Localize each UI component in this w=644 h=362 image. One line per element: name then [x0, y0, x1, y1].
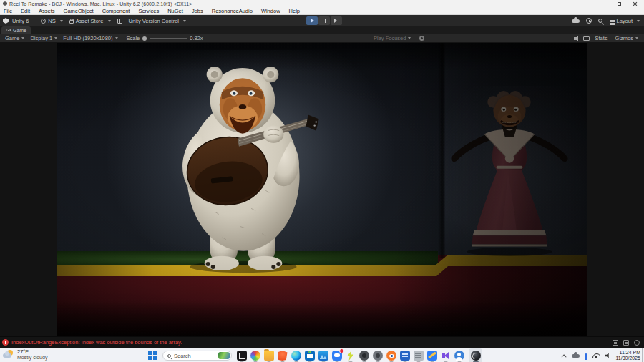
menu-jobs[interactable]: Jobs [187, 7, 208, 15]
console-error-message[interactable]: IndexOutOfRangeException: Index was outs… [11, 339, 182, 346]
taskbar-app-terminal[interactable] [235, 348, 248, 362]
taskbar-app-photos-pinwheel[interactable] [248, 348, 262, 362]
menu-resonanceaudio[interactable]: ResonanceAudio [208, 7, 257, 15]
account-dropdown[interactable]: NS [39, 18, 64, 24]
taskbar-app-photos[interactable] [316, 348, 330, 362]
menu-edit[interactable]: Edit [16, 7, 34, 15]
taskbar-app-file-explorer[interactable] [262, 348, 275, 362]
gear-app-icon-2 [373, 351, 383, 361]
game-mode-dropdown[interactable]: Game [2, 35, 27, 41]
minimize-button[interactable] [595, 0, 611, 7]
resolution-label: Full HD (1920x1080) [63, 35, 112, 41]
taskbar-app-contact[interactable] [452, 348, 466, 362]
taskbar-app-blue-bars[interactable] [398, 348, 411, 362]
chevron-down-icon [54, 37, 57, 39]
audio-app-icon [441, 351, 451, 361]
menu-bar: File Edit Assets GameObject Component Se… [0, 7, 644, 15]
menu-gameobject[interactable]: GameObject [59, 7, 98, 15]
menu-services[interactable]: Services [134, 7, 163, 15]
unity-editor-window: Reel To Remake - BCJ - Windows, Mac, Lin… [0, 0, 644, 362]
gear-app-icon [359, 351, 369, 361]
version-control-dropdown[interactable]: Unity Version Control [127, 18, 187, 24]
scale-label: Scale [127, 35, 140, 41]
asset-store-label: Asset Store [76, 18, 104, 24]
search-icon[interactable] [598, 19, 602, 23]
menu-component[interactable]: Component [98, 7, 135, 15]
onedrive-icon[interactable] [572, 354, 580, 358]
taskbar-app-audio[interactable] [439, 348, 452, 362]
clock-time: 11:24 PM [620, 350, 640, 356]
taskbar-app-blender[interactable] [384, 348, 398, 362]
microphone-in-use-icon[interactable] [585, 353, 587, 358]
cloud-icon[interactable] [572, 19, 580, 23]
stats-button[interactable]: Stats [595, 35, 607, 41]
taskbar-app-edge[interactable] [289, 348, 303, 362]
tab-game[interactable]: Game [1, 26, 31, 34]
taskbar-clock[interactable]: 11:24 PM 11/30/2025 [615, 350, 640, 361]
windows-logo-icon [148, 351, 152, 355]
letterbox-right [587, 43, 644, 336]
scale-slider-track[interactable] [150, 38, 187, 39]
pause-button[interactable] [318, 16, 330, 25]
vsync-monitor-icon[interactable] [583, 36, 590, 41]
taskbar-app-bolt[interactable] [343, 348, 357, 362]
gizmos-dropdown[interactable]: Gizmos [613, 35, 641, 41]
background-task-icon[interactable] [634, 340, 640, 346]
wall-corner [438, 43, 445, 258]
console-window-icon[interactable] [623, 340, 629, 346]
taskbar-app-gear-dark[interactable] [357, 348, 371, 362]
play-focused-dropdown[interactable]: Play Focused [371, 35, 414, 41]
taskbar-app-brave[interactable] [275, 348, 289, 362]
brave-browser-icon [278, 351, 288, 361]
menu-assets[interactable]: Assets [34, 7, 59, 15]
wifi-icon[interactable] [592, 353, 600, 358]
photos-pinwheel-icon [250, 351, 260, 361]
weather-icon [3, 350, 14, 360]
volume-icon[interactable] [605, 353, 610, 358]
asset-store-dropdown[interactable]: Asset Store [68, 18, 112, 24]
taskbar-app-chat[interactable] [330, 348, 343, 362]
mute-audio-icon[interactable] [574, 37, 577, 40]
taskbar-app-active-unity-game[interactable] [469, 348, 482, 362]
taskbar-app-tool[interactable] [425, 348, 439, 362]
weather-widget[interactable]: 27°F Mostly cloudy [3, 349, 47, 361]
console-log-icon[interactable] [613, 340, 618, 346]
start-button[interactable] [146, 348, 160, 362]
resolution-dropdown[interactable]: Full HD (1920x1080) [60, 35, 120, 41]
play-button[interactable] [306, 16, 318, 25]
weather-temperature: 27°F [17, 349, 47, 355]
close-icon [633, 1, 637, 6]
taskbar-app-server[interactable] [411, 348, 425, 362]
taskbar-app-store[interactable] [303, 348, 316, 362]
layout-dropdown[interactable]: Layout [609, 18, 641, 24]
package-manager-button[interactable] [116, 19, 124, 24]
undo-history-icon[interactable] [586, 18, 592, 24]
game-viewport[interactable] [0, 43, 644, 336]
title-bar[interactable]: Reel To Remake - BCJ - Windows, Mac, Lin… [0, 0, 644, 7]
capture-icon[interactable] [419, 36, 424, 41]
blender-icon [386, 351, 396, 361]
step-button[interactable] [331, 16, 342, 25]
display-dropdown[interactable]: Display 1 [27, 35, 60, 41]
menu-window[interactable]: Window [257, 7, 285, 15]
maximize-button[interactable] [611, 0, 627, 7]
layout-grid-icon [610, 20, 613, 22]
close-button[interactable] [627, 0, 643, 7]
layout-label: Layout [616, 18, 633, 24]
menu-nuget[interactable]: NuGet [163, 7, 187, 15]
clock-date: 11/30/2025 [615, 356, 640, 361]
taskbar-search[interactable]: Search [162, 351, 232, 361]
chevron-down-icon [108, 20, 111, 22]
menu-file[interactable]: File [0, 7, 16, 15]
search-daily-image [218, 352, 230, 359]
error-icon [2, 339, 9, 346]
game-render[interactable] [57, 43, 587, 336]
toolbar-separator [34, 17, 34, 24]
taskbar-app-gear-light[interactable] [371, 348, 384, 362]
letterbox-left [0, 43, 57, 336]
menu-help[interactable]: Help [285, 7, 304, 15]
tool-app-icon [427, 351, 437, 361]
status-bar[interactable]: IndexOutOfRangeException: Index was outs… [0, 336, 644, 348]
scale-slider-knob[interactable] [142, 36, 147, 41]
tray-overflow-chevron-icon[interactable] [562, 354, 567, 359]
